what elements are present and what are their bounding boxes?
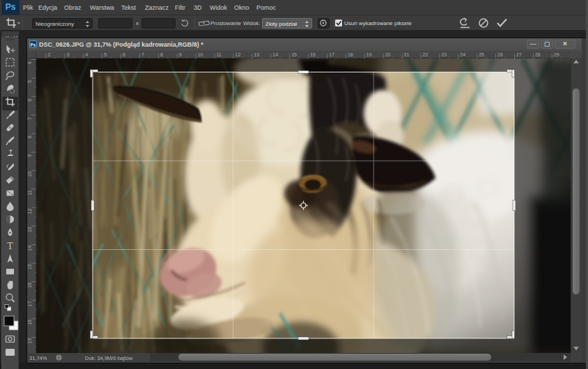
svg-text:Ps: Ps bbox=[31, 42, 36, 47]
svg-text:T: T bbox=[7, 241, 13, 251]
